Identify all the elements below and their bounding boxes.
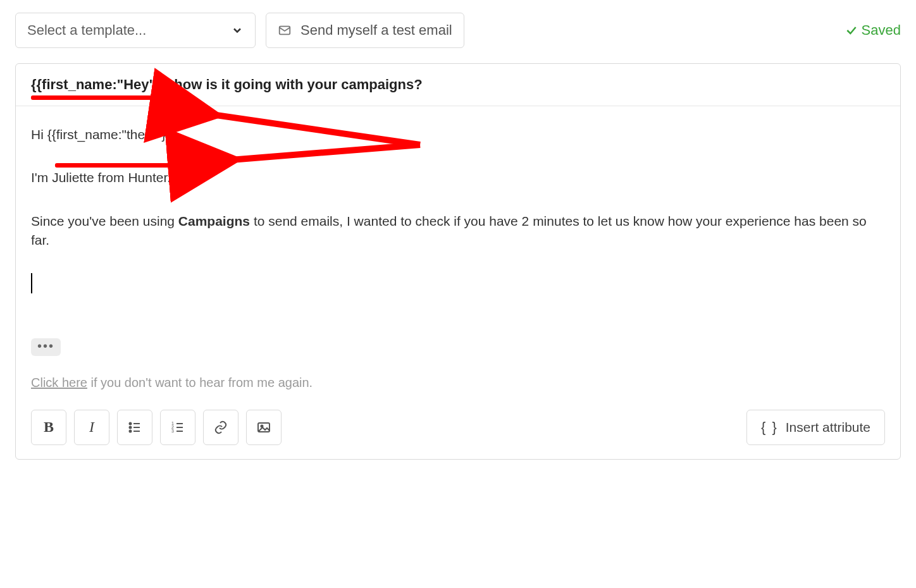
image-button[interactable] — [246, 410, 282, 445]
bullet-list-icon — [127, 420, 142, 435]
svg-point-5 — [130, 430, 132, 432]
ellipsis-icon: ••• — [31, 338, 61, 356]
paragraph-2: Since you've been using Campaigns to sen… — [31, 212, 885, 250]
insert-attribute-button[interactable]: { } Insert attribute — [746, 410, 885, 445]
text-cursor — [31, 274, 885, 292]
greeting-token: {{first_name:"there"}} — [47, 127, 171, 142]
greeting-line: Hi {{first_name:"there"}}, — [31, 125, 885, 144]
numbered-list-button[interactable]: 1 2 3 — [160, 410, 195, 445]
bullet-list-button[interactable] — [117, 410, 152, 445]
greeting-suffix: , — [170, 127, 174, 142]
intro-line: I'm Juliette from Hunter. — [31, 168, 885, 187]
saved-indicator: Saved — [845, 22, 901, 39]
editor-card: {{first_name:"Hey"}}, how is it going wi… — [15, 63, 901, 460]
p2-bold: Campaigns — [178, 214, 250, 228]
format-toolbar: B I 1 2 3 — [16, 398, 900, 459]
template-select-placeholder: Select a template... — [27, 22, 146, 39]
insert-attribute-label: Insert attribute — [786, 420, 870, 435]
collapsed-content-toggle[interactable]: ••• — [31, 336, 885, 356]
svg-text:3: 3 — [171, 429, 174, 433]
check-icon — [845, 24, 858, 37]
send-test-email-button[interactable]: Send myself a test email — [266, 13, 464, 48]
image-icon — [256, 420, 271, 435]
mail-icon — [278, 23, 292, 37]
subject-input[interactable]: {{first_name:"Hey"}}, how is it going wi… — [16, 64, 900, 106]
numbered-list-icon: 1 2 3 — [170, 420, 185, 435]
bold-icon: B — [44, 419, 54, 436]
greeting-prefix: Hi — [31, 127, 47, 142]
subject-token: {{first_name:"Hey"}} — [31, 77, 166, 92]
p2-a: Since you've been using — [31, 214, 178, 228]
unsubscribe-rest: if you don't want to hear from me again. — [87, 376, 313, 389]
svg-point-3 — [130, 426, 132, 428]
svg-point-1 — [130, 422, 132, 424]
subject-text: , how is it going with your campaigns? — [166, 77, 423, 92]
email-body-editor[interactable]: Hi {{first_name:"there"}}, I'm Juliette … — [16, 106, 900, 398]
link-button[interactable] — [203, 410, 238, 445]
send-test-email-label: Send myself a test email — [300, 22, 452, 39]
unsubscribe-line: Click here if you don't want to hear fro… — [31, 374, 885, 392]
braces-icon: { } — [761, 419, 778, 436]
template-select[interactable]: Select a template... — [15, 13, 256, 48]
top-bar: Select a template... Send myself a test … — [15, 13, 901, 48]
chevron-down-icon — [231, 24, 244, 37]
italic-button[interactable]: I — [74, 410, 109, 445]
italic-icon: I — [89, 419, 94, 436]
saved-label: Saved — [862, 22, 901, 39]
unsubscribe-link[interactable]: Click here — [31, 376, 87, 389]
link-icon — [213, 420, 228, 435]
bold-button[interactable]: B — [31, 410, 66, 445]
